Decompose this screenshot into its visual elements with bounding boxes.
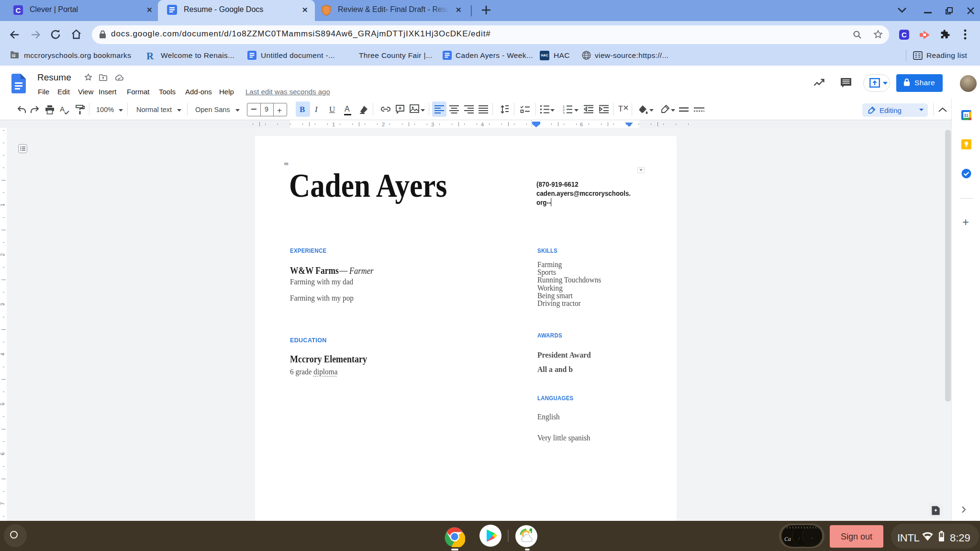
svg-text:3: 3 [563, 112, 565, 114]
svg-text:T: T [618, 105, 623, 113]
svg-text:31: 31 [964, 113, 969, 118]
svg-text:1: 1 [563, 105, 565, 108]
svg-text:2: 2 [563, 108, 565, 112]
svg-text:A: A [60, 105, 65, 113]
